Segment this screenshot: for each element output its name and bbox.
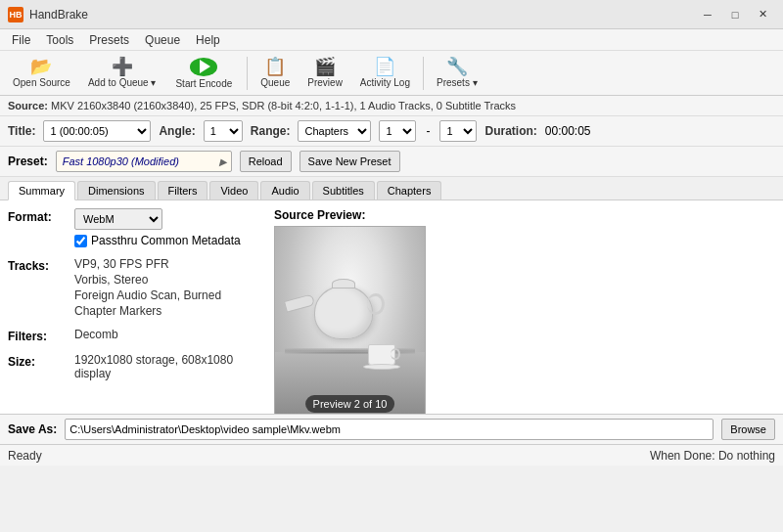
duration-value: 00:00:05 [545,124,591,138]
open-source-button[interactable]: 📂 Open Source [6,54,77,93]
start-encode-button[interactable]: Start Encode [166,54,241,93]
tracks-row: Tracks: VP9, 30 FPS PFR Vorbis, Stereo F… [8,257,262,318]
size-label: Size: [8,353,67,369]
tab-filters[interactable]: Filters [158,181,208,200]
teapot-body [314,286,373,339]
passthru-row: Passthru Common Metadata [74,234,241,247]
browse-button[interactable]: Browse [721,419,775,440]
start-encode-label: Start Encode [175,78,232,89]
add-to-queue-label: Add to Queue ▾ [88,77,157,88]
reload-preset-button[interactable]: Reload [240,151,292,172]
menu-help[interactable]: Help [188,31,228,49]
summary-panel: Format: WebM Passthru Common Metadata Tr… [8,208,262,406]
tracks-list: VP9, 30 FPS PFR Vorbis, Stereo Foreign A… [74,257,221,318]
main-content: Format: WebM Passthru Common Metadata Tr… [0,200,783,414]
presets-button[interactable]: 🔧 Presets ▾ [430,54,484,93]
source-label: Source: [8,100,48,111]
preview-panel: Source Preview: Preview 2 of 10 [274,208,775,406]
when-done-text: When Done: Do nothing [650,449,775,463]
passthru-label: Passthru Common Metadata [91,234,241,247]
activity-log-button[interactable]: 📄 Activity Log [353,54,417,93]
menu-tools[interactable]: Tools [38,31,81,49]
duration-label: Duration: [484,124,536,138]
passthru-checkbox[interactable] [74,235,87,247]
preset-value[interactable]: Fast 1080p30 (Modified) ▶ [56,151,232,172]
add-to-queue-button[interactable]: ➕ Add to Queue ▾ [81,54,163,93]
title-bar: HB HandBrake ─ □ ✕ [0,0,783,29]
activity-log-label: Activity Log [360,77,410,88]
track-0: VP9, 30 FPS PFR [74,257,221,271]
preview-label: Preview [307,77,343,88]
tab-subtitles[interactable]: Subtitles [312,181,375,200]
range-from-select[interactable]: 1 [379,120,416,142]
preview-caption: Preview 2 of 10 [305,395,395,413]
status-bar: Ready When Done: Do nothing [0,444,783,466]
angle-field-label: Angle: [159,124,195,138]
toolbar-separator-2 [423,57,424,90]
source-info: Source: MKV 2160x3840 (2160x3840), 25 FP… [0,96,783,116]
tab-chapters[interactable]: Chapters [377,181,442,200]
range-dash: - [426,124,430,138]
close-button[interactable]: ✕ [750,5,775,24]
format-controls: WebM Passthru Common Metadata [74,208,241,247]
tabs-bar: Summary Dimensions Filters Video Audio S… [0,177,783,200]
tab-summary[interactable]: Summary [8,181,75,200]
queue-button[interactable]: 📋 Queue [253,54,297,93]
source-value: MKV 2160x3840 (2160x3840), 25 FPS, SDR (… [51,100,516,111]
title-select[interactable]: 1 (00:00:05) [43,120,151,142]
format-row: Format: WebM Passthru Common Metadata [8,208,262,247]
save-preset-button[interactable]: Save New Preset [299,151,400,172]
presets-icon: 🔧 [446,58,468,75]
open-source-icon: 📂 [30,58,52,75]
preset-label: Preset: [8,155,48,168]
tab-audio[interactable]: Audio [260,181,309,200]
maximize-button[interactable]: □ [722,5,748,24]
save-label: Save As: [8,422,57,436]
filters-value: Decomb [74,328,118,341]
presets-label: Presets ▾ [437,77,478,88]
status-text: Ready [8,449,42,463]
play-circle [190,58,217,76]
teapot-lid [332,279,355,288]
menu-presets[interactable]: Presets [81,31,137,49]
range-to-select[interactable]: 1 [439,120,477,142]
angle-select[interactable]: 1 [204,120,243,142]
play-icon [200,60,210,73]
save-bar: Save As: Browse [0,414,783,444]
queue-label: Queue [260,77,290,88]
window-controls: ─ □ ✕ [695,5,775,24]
preview-image: Preview 2 of 10 [274,226,426,414]
preview-container: Preview 2 of 10 < > [274,226,426,414]
preview-button[interactable]: 🎬 Preview [300,54,349,93]
add-to-queue-icon: ➕ [112,58,133,75]
menu-bar: File Tools Presets Queue Help [0,29,783,51]
open-source-label: Open Source [13,77,70,88]
range-type-select[interactable]: Chapters [298,120,371,142]
queue-icon: 📋 [264,58,286,75]
tab-video[interactable]: Video [209,181,258,200]
title-field-label: Title: [8,124,35,138]
tracks-label: Tracks: [8,257,67,273]
format-select[interactable]: WebM [74,208,162,230]
preset-expand-icon: ▶ [219,156,227,167]
title-bar-left: HB HandBrake [8,7,88,22]
minimize-button[interactable]: ─ [695,5,720,24]
save-path-input[interactable] [65,419,714,440]
title-row: Title: 1 (00:00:05) Angle: 1 Range: Chap… [0,116,783,147]
track-3: Chapter Markers [74,304,221,318]
menu-queue[interactable]: Queue [137,31,188,49]
app-title: HandBrake [29,8,88,22]
filters-row: Filters: Decomb [8,328,262,343]
app-icon: HB [8,7,23,22]
format-label: Format: [8,208,67,224]
toolbar: 📂 Open Source ➕ Add to Queue ▾ Start Enc… [0,51,783,96]
preview-label: Source Preview: [274,208,365,222]
preset-row: Preset: Fast 1080p30 (Modified) ▶ Reload… [0,147,783,177]
activity-log-icon: 📄 [374,58,395,75]
range-field-label: Range: [251,124,291,138]
size-row: Size: 1920x1080 storage, 608x1080 displa… [8,353,262,380]
tab-dimensions[interactable]: Dimensions [77,181,155,200]
toolbar-separator-1 [247,57,248,90]
menu-file[interactable]: File [4,31,38,49]
teapot-spout [284,293,315,312]
